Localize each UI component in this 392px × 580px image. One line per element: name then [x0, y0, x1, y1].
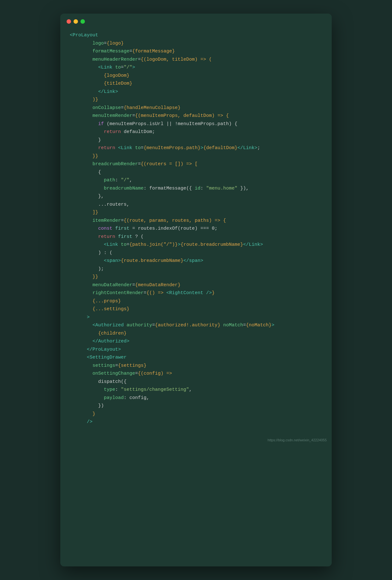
code-line-49: />: [70, 418, 322, 426]
code-line-13: return defaultDom;: [70, 128, 322, 136]
code-line-23: ]}: [70, 208, 322, 217]
code-line-20: breadcrumbName: formatMessage({ id: "men…: [70, 184, 322, 193]
code-line-35: {...settings}: [70, 305, 322, 313]
maximize-button[interactable]: [80, 19, 85, 24]
code-line-25: const first = routes.indexOf(route) === …: [70, 225, 322, 233]
code-line-16: }}: [70, 152, 322, 160]
code-line-12: if (menuItemProps.isUrl || !menuItemProp…: [70, 120, 322, 128]
code-line-22: ...routers,: [70, 201, 322, 209]
minimize-button[interactable]: [74, 19, 78, 24]
code-line-30: );: [70, 265, 322, 273]
code-line-36: >: [70, 313, 322, 322]
code-line-48: }: [70, 410, 322, 418]
code-line-8: </Link>: [70, 88, 322, 96]
code-line-27: <Link to={paths.join("/")}>{route.breadc…: [70, 241, 322, 249]
code-line-31: }}: [70, 273, 322, 281]
code-line-28: ) : (: [70, 249, 322, 257]
code-line-29: <span>{route.breadcrumbName}</span>: [70, 257, 322, 265]
code-line-21: },: [70, 192, 322, 201]
code-line-44: dispatch({: [70, 378, 322, 386]
code-line-26: return first ? (: [70, 233, 322, 241]
code-line-9: )}: [70, 96, 322, 104]
code-line-6: {logoDom}: [70, 72, 322, 80]
code-line-18: {: [70, 168, 322, 177]
code-line-38: {children}: [70, 329, 322, 338]
code-line-7: {titleDom}: [70, 80, 322, 88]
titlebar: [60, 14, 332, 28]
code-line-39: </Authorized>: [70, 337, 322, 346]
code-line-4: menuHeaderRender={(logoDom, titleDom) =>…: [70, 56, 322, 64]
code-line-11: menuItemRender={(menuItemProps, defaultD…: [70, 112, 322, 120]
code-line-19: path: "/",: [70, 176, 322, 184]
code-line-43: onSettingChange={(config) =>: [70, 370, 322, 378]
code-line-2: logo={logo}: [70, 39, 322, 48]
code-line-14: }: [70, 136, 322, 144]
code-line-15: return <Link to={menuItemProps.path}>{de…: [70, 144, 322, 152]
code-line-41: <SettingDrawer: [70, 353, 322, 362]
code-line-5: <Link to="/">: [70, 63, 322, 72]
code-editor: <ProLayout logo={logo} formatMessage={fo…: [60, 28, 332, 436]
code-line-3: formatMessage={formatMessage}: [70, 47, 322, 56]
footer-url: https://blog.csdn.net/weixin_42224055: [60, 436, 332, 444]
code-line-32: menuDataRender={menuDataRender}: [70, 281, 322, 289]
code-line-47: }): [70, 402, 322, 410]
code-line-42: settings={settings}: [70, 362, 322, 370]
code-line-1: <ProLayout: [70, 31, 322, 39]
code-line-33: rightContentRender={() => <RightContent …: [70, 289, 322, 297]
code-line-37: <Authorized authority={authorized!.autho…: [70, 321, 322, 329]
close-button[interactable]: [67, 19, 71, 24]
code-line-17: breadcrumbRender={(routers = []) => [: [70, 160, 322, 168]
editor-window: <ProLayout logo={logo} formatMessage={fo…: [60, 14, 332, 566]
code-line-46: payload: config,: [70, 394, 322, 402]
code-line-24: itemRender={(route, params, routes, path…: [70, 217, 322, 225]
code-line-10: onCollapse={handleMenuCollapse}: [70, 104, 322, 112]
code-line-34: {...props}: [70, 297, 322, 305]
code-line-45: type: "settings/changeSetting",: [70, 386, 322, 394]
code-line-40: </ProLayout>: [70, 346, 322, 354]
